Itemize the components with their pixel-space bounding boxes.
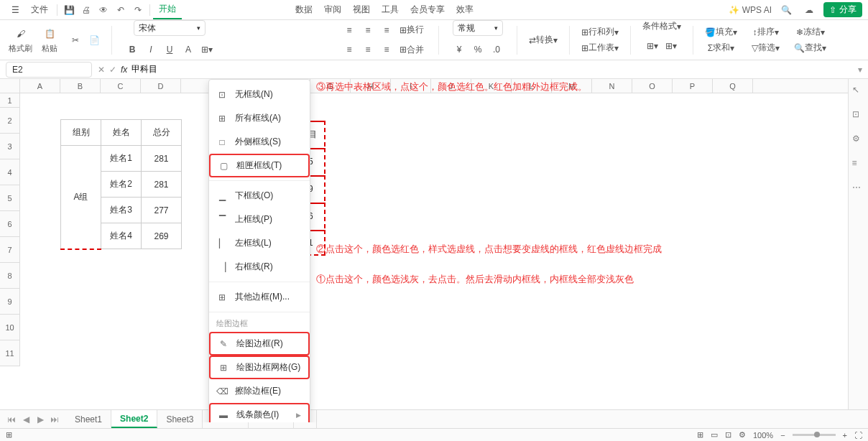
font-color-button[interactable]: A xyxy=(180,42,197,57)
status-mode-icon[interactable]: ⊞ xyxy=(6,430,12,440)
menu-thick-box[interactable]: ▢粗匣框线(T) xyxy=(209,154,310,177)
menu-erase-border[interactable]: ⌫擦除边框(E) xyxy=(209,379,310,403)
valign-mid-icon[interactable]: ≡ xyxy=(359,42,377,57)
view-normal-icon[interactable]: ⊞ xyxy=(697,430,703,440)
align-center-icon[interactable]: ≡ xyxy=(359,22,377,38)
condfmt-button[interactable]: 条件格式 ▾ xyxy=(640,20,684,32)
select-icon[interactable]: ⊡ xyxy=(852,109,865,122)
view-page-icon[interactable]: ▭ xyxy=(711,430,718,440)
menu-bottom-border[interactable]: ▁下框线(O) xyxy=(209,184,310,208)
sheet-tab-active[interactable]: Sheet2 xyxy=(111,410,157,428)
tab-tools[interactable]: 工具 xyxy=(376,0,405,19)
row-header[interactable]: 11 xyxy=(0,340,19,366)
font-select[interactable]: 宋体▾ xyxy=(134,20,206,36)
settings-icon[interactable]: ⚙ xyxy=(852,134,865,147)
group-cell[interactable]: A组 xyxy=(61,146,101,249)
row-header[interactable]: 7 xyxy=(0,237,19,263)
convert-button[interactable]: ⇄ 转换 ▾ xyxy=(526,32,560,48)
menu-line-color[interactable]: ▬线条颜色(I)▶ xyxy=(209,403,310,422)
col-header[interactable]: A xyxy=(20,79,60,93)
zoom-label[interactable]: 100% xyxy=(753,431,773,440)
redo-icon[interactable]: ↷ xyxy=(129,1,147,19)
table-cell[interactable]: 姓名1 xyxy=(101,146,142,172)
number-format-select[interactable]: 常规▾ xyxy=(453,20,503,36)
col-header[interactable]: C xyxy=(101,79,141,93)
table-cell[interactable]: 姓名2 xyxy=(101,172,142,198)
rowcol-button[interactable]: ⊞ 行和列 ▾ xyxy=(578,24,622,40)
menu-left-border[interactable]: ▏左框线(L) xyxy=(209,231,310,255)
menu-no-border[interactable]: ⊡无框线(N) xyxy=(209,83,310,106)
zoom-minus[interactable]: − xyxy=(780,431,785,440)
confirm-fx-icon[interactable]: ✓ xyxy=(109,65,116,75)
row-header[interactable]: 9 xyxy=(0,289,19,315)
sheet-tab[interactable]: Sheet3 xyxy=(157,410,203,428)
table-cell[interactable]: 277 xyxy=(142,198,182,223)
print-icon[interactable]: 🖨 xyxy=(78,1,95,19)
paste-icon[interactable]: 📋 xyxy=(41,26,58,42)
table-style-icon[interactable]: ⊞▾ xyxy=(644,38,661,54)
menu-draw-grid[interactable]: ⊞绘图边框网格(G) xyxy=(209,356,310,379)
share-button[interactable]: ⇧ 分享 xyxy=(823,2,862,17)
percent-icon[interactable]: % xyxy=(469,42,486,57)
format-painter-icon[interactable]: 🖌 xyxy=(12,26,29,42)
table-cell[interactable]: 269 xyxy=(142,223,182,249)
bold-button[interactable]: B xyxy=(124,42,141,57)
menu-right-border[interactable]: ▕右框线(R) xyxy=(209,255,310,279)
undo-icon[interactable]: ↶ xyxy=(112,1,129,19)
row-header[interactable]: 2 xyxy=(0,108,19,134)
table-header-cell[interactable]: 组别 xyxy=(61,120,101,146)
table-cell[interactable]: 姓名4 xyxy=(101,223,142,249)
sum-button[interactable]: Σ 求和 ▾ xyxy=(705,40,737,56)
col-header[interactable]: D xyxy=(141,79,181,93)
view-break-icon[interactable]: ⊡ xyxy=(725,430,731,440)
cloud-icon[interactable]: ☁ xyxy=(800,1,818,19)
sheet-grid[interactable]: A B C D G H I J K L M N O P Q 1 2 3 4 5 … xyxy=(0,79,868,422)
menu-outer-border[interactable]: □外侧框线(S) xyxy=(209,130,310,154)
fill-button[interactable]: 🪣 填充 ▾ xyxy=(702,24,740,40)
cancel-fx-icon[interactable]: ✕ xyxy=(98,65,105,75)
col-header[interactable]: Q xyxy=(713,79,753,93)
hamburger-icon[interactable]: ☰ xyxy=(6,0,25,19)
menu-other-border[interactable]: ⊞其他边框(M)... xyxy=(209,285,310,309)
underline-button[interactable]: U xyxy=(161,42,178,57)
cut-icon[interactable]: ✂ xyxy=(67,32,84,48)
align-right-icon[interactable]: ≡ xyxy=(378,22,395,38)
tab-nav-next[interactable]: ▶ xyxy=(34,414,46,425)
more-icon[interactable]: ⋯ xyxy=(852,182,865,195)
valign-bot-icon[interactable]: ≡ xyxy=(378,42,395,57)
tab-nav-first[interactable]: ⏮ xyxy=(6,414,17,425)
menu-draw-border[interactable]: ✎绘图边框(R) xyxy=(209,332,310,356)
expand-fx-icon[interactable]: ▾ xyxy=(858,65,862,75)
row-header[interactable]: 3 xyxy=(0,134,19,159)
sort-button[interactable]: ↕ 排序 ▾ xyxy=(750,24,782,40)
search-icon[interactable]: 🔍 xyxy=(777,1,795,19)
preview-icon[interactable]: 👁 xyxy=(95,1,112,19)
border-button[interactable]: ⊞▾ xyxy=(198,42,216,57)
select-all-corner[interactable] xyxy=(0,79,20,93)
merge-button[interactable]: ⊞ 合并 xyxy=(397,42,427,57)
tab-nav-prev[interactable]: ◀ xyxy=(20,414,32,425)
cursor-icon[interactable]: ↖ xyxy=(852,85,865,98)
worksheet-button[interactable]: ⊞ 工作表 ▾ xyxy=(578,40,622,56)
align-left-icon[interactable]: ≡ xyxy=(341,22,358,38)
zoom-plus[interactable]: + xyxy=(843,431,847,440)
col-header[interactable]: N xyxy=(592,79,632,93)
filter-button[interactable]: ▽ 筛选 ▾ xyxy=(749,40,782,56)
wps-ai-button[interactable]: ✨ WPS AI xyxy=(729,5,772,15)
tab-home[interactable]: 开始 xyxy=(153,0,182,19)
col-header[interactable]: O xyxy=(632,79,673,93)
name-box[interactable]: E2 xyxy=(6,62,92,78)
tab-member[interactable]: 会员专享 xyxy=(405,0,451,19)
tab-data[interactable]: 数据 xyxy=(290,0,318,19)
row-header[interactable]: 10 xyxy=(0,315,19,340)
row-header[interactable]: 4 xyxy=(0,159,19,185)
table-cell[interactable]: 281 xyxy=(142,146,182,172)
italic-button[interactable]: I xyxy=(142,42,160,57)
decimal-inc-icon[interactable]: .0 xyxy=(488,42,505,57)
tab-efficiency[interactable]: 效率 xyxy=(451,0,479,19)
fx-icon[interactable]: fx xyxy=(121,65,127,75)
sheet-tab[interactable]: Sheet1 xyxy=(66,410,111,428)
formula-input[interactable] xyxy=(131,65,852,75)
tab-view[interactable]: 视图 xyxy=(347,0,376,19)
table-header-cell[interactable]: 姓名 xyxy=(101,120,142,146)
